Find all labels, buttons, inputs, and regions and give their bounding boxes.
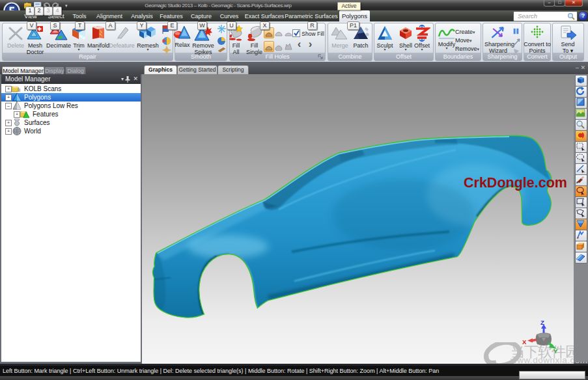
svg-text:X: X xyxy=(522,338,527,346)
svg-text:Y: Y xyxy=(553,347,558,355)
